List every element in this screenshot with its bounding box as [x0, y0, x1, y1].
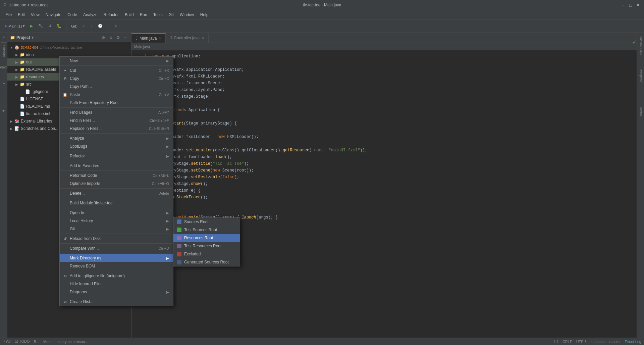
diagrams-icon [62, 289, 68, 295]
ctx-remove-bom[interactable]: Remove BOM [60, 262, 173, 270]
ctx-optimize-imports[interactable]: Optimize Imports Ctrl+Alt+O [60, 180, 173, 188]
git-branch-button[interactable]: ⑂ [113, 23, 119, 30]
ctx-reload[interactable]: ↺ Reload from Disk [60, 235, 173, 243]
ctx-hide-ignored[interactable]: Hide Ignored Files [60, 280, 173, 288]
menu-code[interactable]: Code [65, 11, 80, 18]
line-ending[interactable]: CRLF [562, 340, 572, 344]
new-icon [62, 58, 68, 63]
maven-tab[interactable]: Maven [638, 105, 644, 118]
pull-requests-tab-icon[interactable]: ⊏ [1, 81, 7, 87]
build-status-tab[interactable]: B... [34, 340, 40, 344]
git-history-button[interactable]: 🕐 [96, 22, 105, 30]
menu-tools[interactable]: Tools [151, 11, 165, 18]
ctx-create-gist[interactable]: ⊕ Create Gist... [60, 298, 173, 306]
ctx-reformat[interactable]: Reformat Code Ctrl+Alt+L [60, 171, 173, 180]
git-push-button[interactable]: ↑ [89, 23, 95, 30]
ctx-replace-in-files[interactable]: Replace in Files... Ctrl+Shift+R [60, 125, 173, 133]
menu-navigate[interactable]: Navigate [43, 11, 64, 18]
debug-button[interactable]: 🐛 [55, 22, 63, 30]
spotbugs-arrow: ▶ [166, 145, 169, 148]
event-log-link[interactable]: Event Log [625, 340, 641, 344]
tree-item-project[interactable]: ▾ 🏠 tic-tac-toe D:\IdeaProjects\tic-tac-… [7, 44, 131, 51]
indent[interactable]: 4 spaces [591, 340, 605, 344]
copy-icon: ⎘ [62, 76, 68, 81]
ctx-add-favorites[interactable]: Add to Favorites [60, 162, 173, 170]
git-branch[interactable]: master [609, 340, 621, 344]
close-button[interactable]: ✕ [635, 2, 641, 8]
ctx-new[interactable]: New ▶ [60, 57, 173, 65]
menu-run[interactable]: Run [137, 11, 150, 18]
ctx-find-usages[interactable]: Find Usages Alt+F7 [60, 108, 173, 116]
submenu-test-resources-root[interactable]: Test Resources Root [173, 242, 240, 250]
panel-dropdown-arrow[interactable]: ▾ [32, 35, 34, 40]
scratches-icon: 📝 [14, 126, 19, 131]
ctx-delete[interactable]: Delete... Delete [60, 189, 173, 197]
ctx-copy-path[interactable]: Copy Path... [60, 83, 173, 91]
breadcrumb-text: Main.java [134, 45, 150, 49]
menu-build[interactable]: Build [122, 11, 137, 18]
gitignore-ctx-icon: ⊕ [62, 273, 68, 279]
code-line-7: ...fx.stage.Stage; [152, 93, 633, 100]
run-config-selector[interactable]: ▶ Main (1) ▾ [3, 22, 27, 30]
menu-file[interactable]: File [3, 11, 14, 18]
tab-main-java[interactable]: J Main.java ✕ [131, 33, 166, 43]
favorites-tab-icon[interactable]: ★ [1, 108, 7, 114]
project-tool-button[interactable]: P [1, 34, 7, 40]
database-tab[interactable]: Database [638, 67, 644, 85]
panel-settings-button[interactable]: ⚙ [115, 35, 121, 41]
key-promoter-tab[interactable]: Key Promoter [638, 34, 644, 57]
todo-status-tab[interactable]: ☑ TODO [15, 339, 30, 344]
ctx-add-gitignore[interactable]: ⊕ Add to .gitignore file (unignore) [60, 272, 173, 280]
commit-tab-icon[interactable]: Commit [1, 64, 7, 70]
menu-analyze[interactable]: Analyze [80, 11, 100, 18]
maximize-button[interactable]: □ [628, 2, 633, 8]
panel-close-button[interactable]: − [122, 35, 128, 41]
collapse-all-button[interactable]: ≡ [108, 35, 114, 41]
ctx-analyze[interactable]: Analyze ▶ [60, 134, 173, 142]
ctx-spotbugs[interactable]: SpotBugs ▶ [60, 142, 173, 150]
git-label: Git: [69, 23, 79, 30]
menu-help[interactable]: Help [198, 11, 211, 18]
ctx-paste[interactable]: 📋 Paste Ctrl+V [60, 91, 173, 99]
ctx-local-history[interactable]: Local History ▶ [60, 217, 173, 225]
code-editor[interactable]: package application; import javafx.appli… [148, 50, 637, 338]
ctx-open-in[interactable]: Open In ▶ [60, 209, 173, 217]
ctx-diagrams[interactable]: Diagrams ▶ [60, 288, 173, 296]
tab-controller-java[interactable]: J Controller.java ✕ [166, 33, 209, 43]
minimize-button[interactable]: − [621, 2, 626, 8]
submenu-test-sources-root[interactable]: Test Sources Root [173, 226, 240, 234]
git-status-tab[interactable]: ⑂ Git [3, 340, 11, 344]
charset[interactable]: UTF-8 [576, 340, 587, 344]
ctx-find-in-files[interactable]: Find in Files... Ctrl+Shift+F [60, 116, 173, 125]
ctx-build-module[interactable]: Build Module 'tic-tac-toe' [60, 199, 173, 207]
ctx-path-from-root[interactable]: Path From Repository Root [60, 99, 173, 107]
tab-close-controller[interactable]: ✕ [202, 36, 204, 40]
ctx-compare-with[interactable]: Compare With... Ctrl+D [60, 244, 173, 252]
git-check-button[interactable]: ✓ [80, 22, 87, 30]
ctx-copy[interactable]: ⎘ Copy Ctrl+C [60, 75, 173, 83]
ctx-mark-directory[interactable]: Mark Directory as ▶ [60, 254, 173, 262]
menu-refactor[interactable]: Refactor [101, 11, 121, 18]
menu-edit[interactable]: Edit [15, 11, 28, 18]
ctx-refactor[interactable]: Refactor ▶ [60, 152, 173, 160]
submenu-excluded[interactable]: Excluded [173, 250, 240, 258]
menu-window[interactable]: Window [177, 11, 197, 18]
editor-area: J Main.java ✕ J Controller.java ✕ Main.j… [131, 33, 637, 338]
menu-git[interactable]: Git [166, 11, 176, 18]
tab-close-main[interactable]: ✕ [159, 37, 161, 40]
git-pull-button[interactable]: ↓ [106, 23, 112, 30]
submenu-sources-root[interactable]: Sources Root [173, 218, 240, 226]
locate-button[interactable]: ⊕ [100, 35, 106, 41]
build-button[interactable]: 🔨 [36, 22, 45, 30]
cursor-position[interactable]: 1:1 [553, 340, 558, 344]
menu-view[interactable]: View [28, 11, 42, 18]
structure-tab-icon[interactable]: Structure [1, 45, 7, 57]
ctx-cut[interactable]: ✂ Cut Ctrl+X [60, 66, 173, 75]
run-button[interactable]: ▶ [28, 22, 35, 30]
compare-icon [62, 246, 68, 251]
submenu-generated-sources-root[interactable]: Generated Sources Root [173, 258, 240, 266]
submenu-resources-root[interactable]: Resources Root [173, 234, 240, 242]
rerun-button[interactable]: ↺ [46, 22, 53, 30]
code-line-8 [152, 100, 633, 107]
ctx-git[interactable]: Git ▶ [60, 225, 173, 233]
